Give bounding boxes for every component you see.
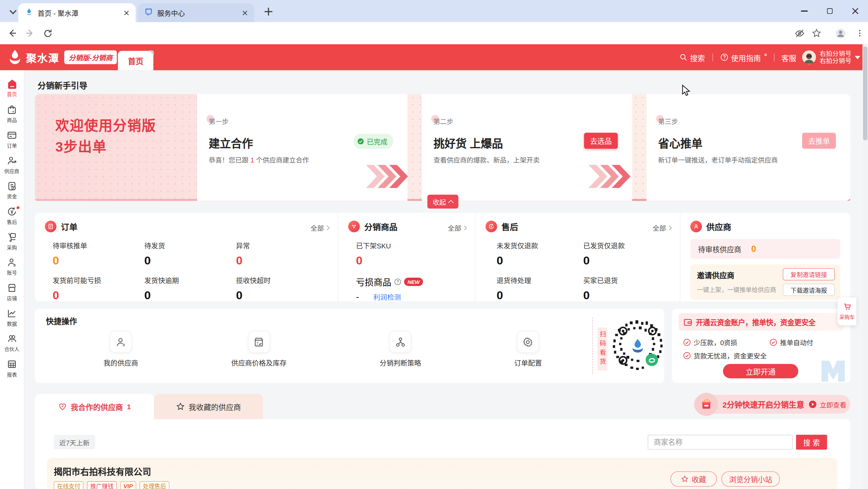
window-minimize-button[interactable] — [792, 0, 817, 22]
orders-all-link[interactable]: 全部 — [311, 223, 329, 232]
products-all-link[interactable]: 全部 — [448, 223, 466, 232]
header-guide[interactable]: 使用指南 — [720, 52, 766, 63]
new-tab-button[interactable] — [262, 5, 275, 18]
browser-tab-active[interactable]: 首页 - 聚水潭 — [18, 3, 136, 22]
tab-search-button[interactable] — [5, 4, 20, 19]
nav-tab-home[interactable]: 首页 — [118, 51, 153, 70]
panel-title: 订单 — [61, 221, 78, 232]
stat-item[interactable]: 待审核推单0 — [53, 240, 144, 267]
recent-filter-chip[interactable]: 近7天上新 — [54, 435, 95, 449]
reload-button[interactable] — [41, 27, 54, 40]
sidebar-item-orders[interactable]: 订单 — [0, 127, 24, 152]
data-chart-icon — [6, 308, 17, 318]
tab-count: 1 — [127, 402, 131, 411]
desc-count: 1 — [250, 156, 254, 164]
sidebar-item-home[interactable]: 首页 — [0, 76, 24, 101]
page-scrollbar[interactable] — [863, 44, 868, 489]
panel-title: 供应商 — [706, 221, 731, 232]
promo-banner[interactable]: 2分钟快速开启分销生意 立即查看 — [694, 395, 850, 414]
favorite-label: 收藏 — [692, 474, 706, 484]
forward-button[interactable] — [23, 27, 36, 40]
browser-tab-inactive[interactable]: 服务中心 — [138, 3, 254, 22]
pick-goods-button[interactable]: 去选品 — [584, 133, 618, 149]
stat-item[interactable]: 退货待处理0 — [497, 275, 583, 302]
aftersales-all-link[interactable]: 全部 — [653, 223, 671, 232]
sidebar-item-aftersales[interactable]: 售后 — [0, 203, 24, 229]
stat-item[interactable]: 发货前可能亏损0 — [53, 275, 144, 302]
privacy-eye-icon[interactable] — [793, 27, 806, 40]
account-name[interactable]: 右拍分销号 右拍分销号 — [820, 50, 851, 64]
dashed-divider — [592, 318, 593, 374]
edition-badge: 分销版-分销商 — [64, 50, 117, 64]
profit-check-link[interactable]: 利润检测 — [373, 291, 401, 302]
aftersales-icon — [6, 206, 17, 217]
fund-feature: 推单自动付 — [769, 337, 813, 347]
sidebar-item-funds[interactable]: 资金 — [0, 178, 24, 203]
minimize-icon — [801, 11, 808, 12]
tab-fold-corner — [149, 50, 154, 56]
sidebar-item-goods[interactable]: 商品 — [0, 101, 24, 127]
quick-action-my-suppliers[interactable]: 我的供应商 — [104, 331, 138, 368]
supplier-row[interactable]: 揭阳市右拍科技有限公司 在线支付 推广赚钱 VIP 处理售后 收藏 浏览分销小站 — [47, 458, 838, 489]
qr-code — [610, 319, 665, 373]
sidebar-item-suppliers[interactable]: 供应商 — [0, 152, 24, 178]
stat-item[interactable]: 买家已退货0 — [583, 275, 670, 302]
stat-item[interactable]: 待发货0 — [144, 240, 236, 267]
stat-item[interactable]: 发货快逾期0 — [144, 275, 236, 302]
tab-close-icon[interactable] — [121, 8, 131, 18]
merchant-search-input[interactable] — [648, 435, 793, 450]
collapse-banner-button[interactable]: 收起 — [427, 195, 458, 209]
question-circle-icon[interactable] — [394, 278, 401, 285]
tab-close-icon[interactable] — [240, 8, 250, 18]
favorite-supplier-button[interactable]: 收藏 — [671, 471, 717, 487]
browser-menu-kebab-icon[interactable] — [853, 27, 866, 40]
header-service[interactable]: 客服 — [781, 52, 796, 63]
user-avatar[interactable] — [802, 50, 816, 64]
aftersales-panel-icon — [485, 221, 497, 232]
profile-avatar-icon[interactable] — [834, 27, 847, 40]
scrollbar-thumb[interactable] — [863, 46, 867, 140]
header-search[interactable]: 搜索 — [679, 52, 705, 63]
copy-invite-link-button[interactable]: 复制邀请链接 — [783, 268, 835, 280]
tab-favorite-suppliers[interactable]: 我收藏的供应商 — [154, 394, 263, 419]
visit-label: 浏览分销小站 — [729, 474, 773, 484]
quick-action-supplier-price-stock[interactable]: 供应商价格及库存 — [231, 331, 286, 368]
gift-icon — [695, 393, 718, 416]
header-search-label: 搜索 — [690, 52, 705, 63]
bookmark-star-icon[interactable] — [810, 27, 823, 40]
all-label: 全部 — [448, 223, 461, 232]
quick-action-distribution-strategy[interactable]: 分销判断策略 — [380, 331, 421, 368]
window-maximize-button[interactable] — [817, 0, 843, 22]
stat-item[interactable]: 已发货仅退款0 — [583, 240, 670, 267]
visit-store-button[interactable]: 浏览分销小站 — [721, 471, 780, 487]
stat-item[interactable]: 未发货仅退款0 — [497, 240, 583, 267]
activate-now-button[interactable]: 立即开通 — [723, 364, 798, 378]
stat-item[interactable]: 揽收快超时0 — [236, 275, 328, 302]
download-invite-poster-button[interactable]: 下载邀请海报 — [783, 284, 835, 296]
sidebar-label: 账号 — [7, 269, 17, 276]
promo-cta[interactable]: 立即查看 — [820, 400, 846, 409]
sidebar-item-reports[interactable]: 报表 — [0, 356, 24, 381]
purchase-cart-float-button[interactable]: 采购车 — [838, 297, 856, 325]
account-dropdown-caret-icon[interactable] — [855, 56, 860, 59]
stat-item[interactable]: 异常0 — [236, 240, 328, 267]
push-order-button[interactable]: 去推单 — [802, 133, 836, 149]
notification-dot — [17, 206, 19, 209]
stat-item[interactable]: 已下架SKU 0 — [356, 240, 465, 267]
sidebar-item-data[interactable]: 数据 — [0, 305, 24, 330]
search-button[interactable]: 搜索 — [796, 435, 827, 450]
sidebar-item-shops[interactable]: 店铺 — [0, 279, 24, 305]
new-badge: NEW — [404, 277, 423, 286]
sidebar-label: 首页 — [7, 90, 17, 98]
quick-action-order-config[interactable]: 订单配置 — [514, 331, 542, 368]
sidebar-item-procurement[interactable]: 采购 — [0, 228, 24, 254]
products-panel: 分销商品 全部 已下架SKU 0 亏损商品 NEW - 利润检测 — [338, 213, 475, 302]
sidebar-item-account[interactable]: 账号 — [0, 254, 24, 279]
sidebar-label: 供应商 — [4, 167, 19, 174]
window-close-button[interactable] — [842, 0, 868, 22]
back-button[interactable] — [5, 27, 19, 40]
tab-partner-suppliers[interactable]: 我合作的供应商 1 — [35, 394, 154, 419]
step-desc: 新订单一键推送，老订单手动指定供应商 — [658, 155, 778, 164]
pending-suppliers-box[interactable]: 待审核供应商 0 — [690, 239, 840, 259]
sidebar-item-partners[interactable]: 合伙人 — [0, 330, 24, 356]
